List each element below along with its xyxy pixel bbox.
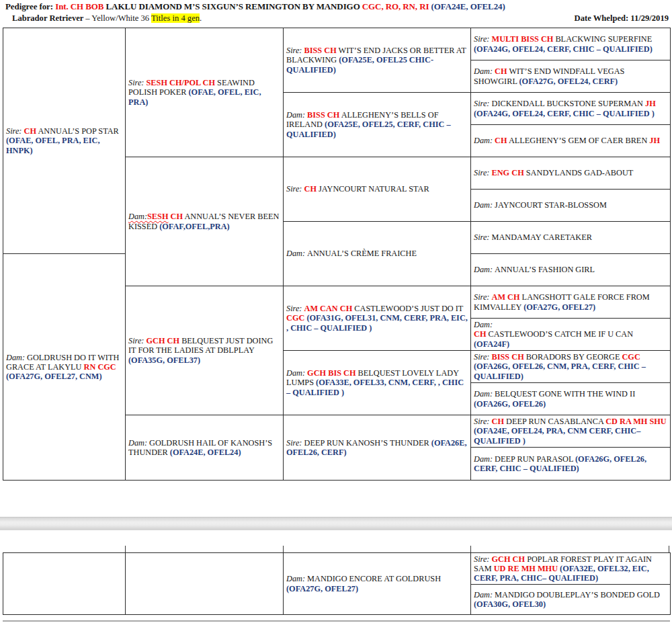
cell-gen3-7: Sire: DEEP RUN KANOSH’S THUNDER (OFA26E,… — [284, 415, 471, 480]
cell-gen4-12: Dam: BELQUEST GONE WITH THE WIND II (OFA… — [471, 383, 670, 415]
cell-gen4-8: Dam: ANNUAL’S FASHION GIRL — [471, 254, 670, 286]
pedigree-table-page1: Sire: CH ANNUAL’S POP STAR (OFAE, OFEL, … — [3, 28, 671, 481]
cell-gen3-3: Sire: CH JAYNCOURT NATURAL STAR — [284, 157, 471, 222]
pedigree-document: Pedigree for: Int. CH BOB LAKLU DIAMOND … — [0, 0, 672, 623]
cell-gen4-3: Sire: DICKENDALL BUCKSTONE SUPERMAN JH (… — [471, 93, 670, 125]
cell-gen4-1: Sire: MULTI BISS CH BLACKWING SUPERFINE … — [471, 28, 670, 60]
carryover-border-stub — [125, 546, 126, 552]
cell-page2-gen4-sire: Sire: GCH CH POPLAR FOREST PLAY IT AGAIN… — [471, 553, 670, 585]
cell-gen2-2: Dam:SESH CH ANNUAL’S NEVER BEEN KISSED (… — [126, 157, 284, 286]
cell-page2-gen3-dam: Dam: MANDIGO ENCORE AT GOLDRUSH (OFA27G,… — [284, 553, 471, 614]
cell-gen4-2: Dam: CH WIT’S END WINDFALL VEGAS SHOWGIR… — [471, 60, 670, 93]
date-whelped: Date Whelped: 11/29/2019 — [575, 13, 669, 24]
cell-gen4-5: Sire: ENG CH SANDYLANDS GAD-ABOUT — [471, 157, 670, 190]
cell-gen3-2: Dam: BISS CH ALLEGHENY’S BELLS OF IRELAN… — [284, 93, 471, 157]
cell-page2-gen4-dam: Dam: MANDIGO DOUBLEPLAY’S BONDED GOLD (O… — [471, 585, 670, 614]
cell-gen4-14: Dam: DEEP RUN PARASOL (OFA26G, OFEL26, C… — [471, 448, 670, 480]
cell-gen4-6: Dam: JAYNCOURT STAR-BLOSSOM — [471, 190, 670, 222]
pedigree-title: Pedigree for: Int. CH BOB LAKLU DIAMOND … — [5, 1, 505, 12]
page-separator — [0, 517, 672, 530]
carryover-border-stub — [283, 546, 284, 552]
cell-gen2-4: Dam: GOLDRUSH HAIL OF KANOSH’S THUNDER (… — [126, 415, 284, 480]
cell-gen3-4: Dam: ANNUAL’S CRÈME FRAICHE — [284, 222, 471, 286]
cell-gen3-5: Sire: AM CAN CH CASTLEWOOD’S JUST DO IT … — [284, 286, 471, 351]
breed-color-titles-line: Labrador Retriever – Yellow/White 36 Tit… — [5, 13, 202, 24]
cell-gen3-6: Dam: GCH BIS CH BELQUEST LOVELY LADY LUM… — [284, 351, 471, 415]
pedigree-table-page2: Dam: MANDIGO ENCORE AT GOLDRUSH (OFA27G,… — [3, 552, 671, 615]
cell-gen3-1: Sire: BISS CH WIT’S END JACKS OR BETTER … — [284, 28, 471, 93]
carryover-border-stub — [470, 546, 471, 552]
cell-page2-empty-2 — [126, 553, 284, 614]
cell-gen4-9: Sire: AM CH LANGSHOTT GALE FORCE FROM KI… — [471, 286, 670, 319]
cell-gen4-10: Dam:CH CASTLEWOOD’S CATCH ME IF U CAN (O… — [471, 319, 670, 351]
pedigree-subtitle-row: Labrador Retriever – Yellow/White 36 Tit… — [5, 13, 669, 24]
carryover-border-stub — [669, 546, 669, 552]
cell-page2-empty-1 — [3, 553, 126, 614]
cell-gen1-dam: Dam: GOLDRUSH DO IT WITH GRACE AT LAKYLU… — [3, 254, 126, 480]
next-row-fragment — [3, 620, 670, 622]
cell-gen4-11: Sire: BISS CH BORADORS BY GEORGE CGC (OF… — [471, 351, 670, 383]
cell-gen4-13: Sire: CH DEEP RUN CASABLANCA CD RA MH SH… — [471, 415, 670, 448]
cell-gen2-1: Sire: SESH CH/POL CH SEAWIND POLISH POKE… — [126, 28, 284, 157]
cell-gen4-7: Sire: MANDAMAY CARETAKER — [471, 222, 670, 254]
cell-gen4-4: Dam: CH ALLEGHENY’S GEM OF CAER BREN JH — [471, 125, 670, 157]
cell-gen2-3: Sire: GCH CH BELQUEST JUST DOING IT FOR … — [126, 286, 284, 415]
cell-gen1-sire: Sire: CH ANNUAL’S POP STAR (OFAE, OFEL, … — [3, 28, 126, 254]
